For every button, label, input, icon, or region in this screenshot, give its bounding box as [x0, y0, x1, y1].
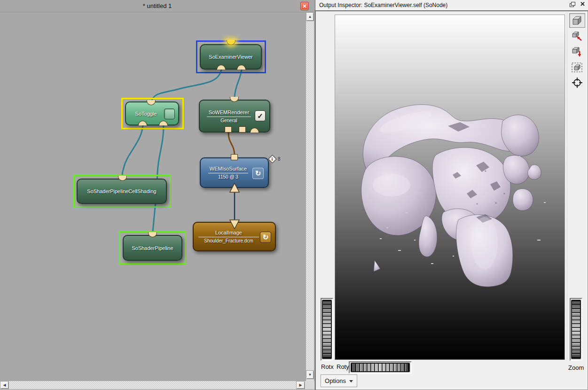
node-label: SoShaderPipeline — [132, 245, 173, 251]
rotx-label: Rotx — [321, 363, 334, 370]
node-sowemrenderer[interactable]: SoWEMRenderer General ✓ — [199, 100, 270, 133]
scroll-left-button[interactable]: ◀ — [0, 381, 9, 389]
scrollbar-corner — [306, 381, 314, 389]
viewer-3d-viewport[interactable] — [335, 15, 565, 360]
output-inspector-panel: Output Inspector: SoExaminerViewer.self … — [315, 0, 588, 390]
output-connector-triangle[interactable] — [229, 219, 240, 230]
input-connector-triangle[interactable] — [229, 182, 240, 193]
scroll-up-button[interactable]: ▲ — [306, 12, 314, 21]
info-badge: i 8 — [269, 156, 281, 162]
rotx-wheel-frame — [321, 298, 333, 361]
node-divider — [207, 117, 251, 117]
roty-label: Roty — [337, 363, 349, 370]
zoom-label: Zoom — [568, 364, 584, 371]
view-all-button[interactable] — [569, 44, 585, 59]
options-button[interactable]: Options — [321, 374, 357, 387]
renderer-checkbox[interactable]: ✓ — [255, 110, 266, 121]
cube-icon — [571, 15, 583, 27]
info-badge-count: 8 — [278, 156, 281, 162]
document-titlebar[interactable]: * untitled 1 ✕ — [0, 0, 314, 12]
node-divider — [208, 173, 249, 173]
node-sublabel: 1150 @ 3 — [218, 174, 238, 179]
mevislab-window: * untitled 1 ✕ SoExaminerViewer — [0, 0, 588, 390]
view-all-icon — [571, 46, 583, 58]
inspector-titlebar[interactable]: Output Inspector: SoExaminerViewer.self … — [315, 0, 588, 10]
inspector-title: Output Inspector: SoExaminerViewer.self … — [319, 2, 447, 8]
node-soshaderpipeline[interactable]: SoShaderPipeline — [123, 235, 182, 261]
rotx-thumbwheel[interactable] — [322, 300, 332, 359]
input-connector-square[interactable] — [225, 126, 232, 133]
inspector-body: Rotx Roty Zoom Options — [315, 10, 588, 390]
perspective-toggle-button[interactable] — [569, 13, 585, 28]
reload-button[interactable]: ↻ — [252, 168, 264, 179]
node-sublabel: Shoulder_Fracture.dcm — [204, 238, 253, 243]
node-label: SoWEMRenderer — [209, 109, 249, 115]
roty-thumbwheel[interactable] — [351, 363, 410, 372]
seek-object-button[interactable] — [569, 29, 585, 43]
zoom-wheel-frame — [570, 298, 582, 361]
input-connector-square[interactable] — [239, 126, 246, 133]
seek-object-icon — [571, 30, 583, 42]
node-label: SoToggle — [135, 111, 157, 117]
close-icon: ✕ — [302, 3, 306, 9]
reload-icon: ↻ — [263, 233, 269, 242]
toggle-checkbox[interactable] — [164, 109, 175, 119]
node-soexaminerviewer[interactable]: SoExaminerViewer — [200, 44, 262, 70]
bone-mesh-render — [335, 15, 565, 360]
scroll-right-button[interactable]: ▶ — [296, 381, 305, 389]
crosshair-icon — [571, 77, 583, 89]
zoom-thumbwheel[interactable] — [571, 300, 581, 359]
reload-button[interactable]: ↻ — [260, 232, 271, 243]
document-title: * untitled 1 — [143, 2, 172, 9]
vertical-scrollbar[interactable]: ▲ ▼ — [306, 12, 314, 381]
node-label: SoShaderPipelineCellShading — [87, 188, 156, 194]
seek-point-button[interactable] — [569, 75, 585, 90]
network-editor-panel: * untitled 1 ✕ SoExaminerViewer — [0, 0, 314, 390]
info-diamond-icon: i — [268, 155, 276, 163]
close-document-button[interactable]: ✕ — [300, 2, 309, 10]
node-divider — [198, 237, 259, 237]
node-sublabel: General — [220, 118, 237, 123]
node-soshaderpipelinecellshading[interactable]: SoShaderPipelineCellShading — [77, 179, 167, 204]
options-button-label: Options — [325, 377, 346, 384]
node-label: WEMIsoSurface — [210, 166, 247, 172]
close-inspector-button[interactable]: ✕ — [580, 1, 585, 8]
float-window-icon[interactable] — [570, 2, 575, 7]
check-icon: ✓ — [257, 112, 263, 120]
node-label: LocalImage — [215, 230, 242, 235]
roty-wheel-frame — [349, 361, 412, 374]
network-canvas[interactable]: SoExaminerViewer SoToggle SoWEMRenderer … — [0, 12, 306, 381]
view-selection-button[interactable] — [569, 60, 585, 74]
node-label: SoExaminerViewer — [209, 54, 252, 60]
chevron-down-icon — [349, 380, 353, 382]
output-connector-square[interactable] — [231, 154, 238, 160]
horizontal-scrollbar[interactable]: ◀ ▶ — [0, 381, 306, 389]
scroll-down-button[interactable]: ▼ — [306, 370, 314, 379]
reload-icon: ↻ — [255, 169, 261, 178]
view-selection-icon — [571, 61, 583, 73]
